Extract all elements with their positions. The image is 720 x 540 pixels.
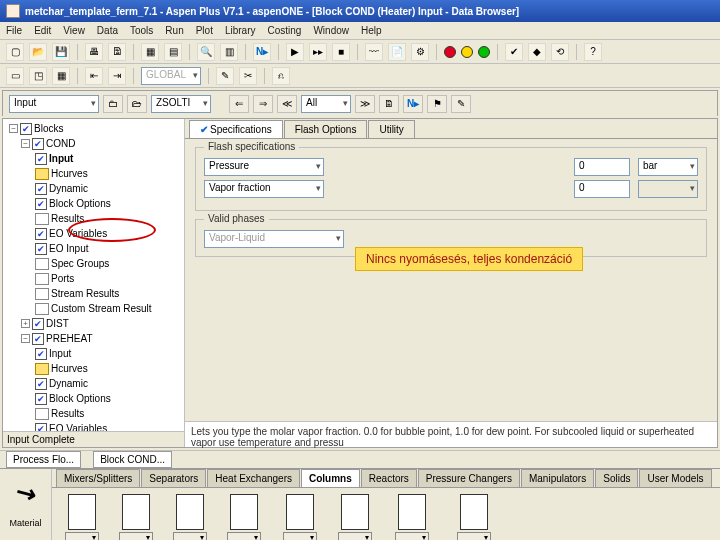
tree-cond-hcurves[interactable]: Hcurves — [51, 168, 88, 179]
save-icon[interactable]: 💾 — [52, 43, 70, 61]
model-petrofrac[interactable]: ▾PetroFrac — [390, 494, 434, 540]
menu-data[interactable]: Data — [97, 25, 118, 36]
ptab-solids[interactable]: Solids — [595, 469, 638, 487]
tree-pre-hcurves[interactable]: Hcurves — [51, 363, 88, 374]
first-icon[interactable]: ≪ — [277, 95, 297, 113]
up-icon[interactable]: 🗁 — [127, 95, 147, 113]
audit-icon[interactable]: ✎ — [451, 95, 471, 113]
nav-tree[interactable]: −✔Blocks −✔COND ✔Input Hcurves ✔Dynamic … — [3, 119, 184, 431]
check-icon[interactable]: ✔ — [505, 43, 523, 61]
menu-run[interactable]: Run — [165, 25, 183, 36]
ptab-user[interactable]: User Models — [639, 469, 711, 487]
tree-cond[interactable]: COND — [46, 138, 75, 149]
manip-icon[interactable]: ⚙ — [411, 43, 429, 61]
tree-pre-eovar[interactable]: EO Variables — [49, 423, 107, 431]
play-icon[interactable]: ▶ — [286, 43, 304, 61]
tab-process-flowsheet[interactable]: Process Flo... — [6, 451, 81, 468]
tree-cond-sr[interactable]: Stream Results — [51, 288, 119, 299]
tree-cond-blockopt[interactable]: Block Options — [49, 198, 111, 209]
help-icon[interactable]: ? — [584, 43, 602, 61]
new-icon[interactable]: ▢ — [6, 43, 24, 61]
spec1-unit-select[interactable]: bar — [638, 158, 698, 176]
ptab-mixers[interactable]: Mixers/Splitters — [56, 469, 140, 487]
filter-combo[interactable]: All — [301, 95, 351, 113]
user-combo[interactable]: ZSOLTI — [151, 95, 211, 113]
tree-cond-spec[interactable]: Spec Groups — [51, 258, 109, 269]
tab-flash-options[interactable]: Flash Options — [284, 120, 368, 138]
model-scfrac[interactable]: ▾SCFrac — [338, 494, 372, 540]
spec2-unit-select[interactable] — [638, 180, 698, 198]
spec2-value-field[interactable]: 0 — [574, 180, 630, 198]
open-icon[interactable]: 📂 — [29, 43, 47, 61]
tree-dist[interactable]: DIST — [46, 318, 69, 329]
status-yellow-icon[interactable] — [461, 46, 473, 58]
ptab-pressure[interactable]: Pressure Changers — [418, 469, 520, 487]
find-icon[interactable]: 🔍 — [197, 43, 215, 61]
menu-edit[interactable]: Edit — [34, 25, 51, 36]
menu-window[interactable]: Window — [313, 25, 349, 36]
zoom-combo[interactable]: GLOBAL — [141, 67, 201, 85]
tree-pre-dynamic[interactable]: Dynamic — [49, 378, 88, 389]
palette-stream[interactable]: ↘ Material STREAMS — [0, 469, 52, 540]
status-red-icon[interactable] — [444, 46, 456, 58]
scope-combo[interactable]: Input — [9, 95, 99, 113]
tree-preheat[interactable]: PREHEAT — [46, 333, 93, 344]
model-radfrac[interactable]: ▾RadFrac — [171, 494, 209, 540]
menu-library[interactable]: Library — [225, 25, 256, 36]
model-extract[interactable]: ▾Extract — [227, 494, 261, 540]
ptab-manip[interactable]: Manipulators — [521, 469, 594, 487]
align-left-icon[interactable]: ⇤ — [85, 67, 103, 85]
tool-a-icon[interactable]: ✎ — [216, 67, 234, 85]
fwd-icon[interactable]: ⇒ — [253, 95, 273, 113]
menu-view[interactable]: View — [63, 25, 85, 36]
tree-blocks[interactable]: Blocks — [34, 123, 63, 134]
bookmark-icon[interactable]: ⚑ — [427, 95, 447, 113]
comp-icon[interactable]: ◆ — [528, 43, 546, 61]
tab-block-cond[interactable]: Block COND... — [93, 451, 172, 468]
back-icon[interactable]: ⇐ — [229, 95, 249, 113]
menu-plot[interactable]: Plot — [196, 25, 213, 36]
ptab-separators[interactable]: Separators — [141, 469, 206, 487]
tree-cond-eoinp[interactable]: EO Input — [49, 243, 88, 254]
spec1-type-select[interactable]: Pressure — [204, 158, 324, 176]
menu-help[interactable]: Help — [361, 25, 382, 36]
chart-icon[interactable]: ▤ — [164, 43, 182, 61]
mag-icon[interactable]: 🗎 — [379, 95, 399, 113]
menu-tools[interactable]: Tools — [130, 25, 153, 36]
tree-cond-results[interactable]: Results — [51, 213, 84, 224]
tree-cond-ports[interactable]: Ports — [51, 273, 74, 284]
sheet-icon[interactable]: 📄 — [388, 43, 406, 61]
gallery-icon[interactable]: ▦ — [52, 67, 70, 85]
tree-cond-input[interactable]: Input — [49, 153, 73, 164]
model-batchsep[interactable]: ▾BatchSep — [452, 494, 495, 540]
table-icon[interactable]: ▦ — [141, 43, 159, 61]
step-icon[interactable]: ▸▸ — [309, 43, 327, 61]
model-multifrac[interactable]: ▾MultiFrac — [279, 494, 320, 540]
next-browser-icon[interactable]: N▸ — [403, 95, 423, 113]
ptab-heatex[interactable]: Heat Exchangers — [207, 469, 300, 487]
stop-icon[interactable]: ■ — [332, 43, 350, 61]
ptab-reactors[interactable]: Reactors — [361, 469, 417, 487]
ptab-columns[interactable]: Columns — [301, 469, 360, 487]
tool-b-icon[interactable]: ✂ — [239, 67, 257, 85]
tree-cond-dynamic[interactable]: Dynamic — [49, 183, 88, 194]
align-right-icon[interactable]: ⇥ — [108, 67, 126, 85]
reconcile-icon[interactable]: ⟲ — [551, 43, 569, 61]
tree-cond-csr[interactable]: Custom Stream Result — [51, 303, 152, 314]
tree-pre-input[interactable]: Input — [49, 348, 71, 359]
browser-icon[interactable]: ▥ — [220, 43, 238, 61]
print-icon[interactable]: 🖶 — [85, 43, 103, 61]
tree-cond-eovar[interactable]: EO Variables — [49, 228, 107, 239]
next-icon[interactable]: N▸ — [253, 43, 271, 61]
menu-costing[interactable]: Costing — [268, 25, 302, 36]
folder-icon[interactable]: 🗀 — [103, 95, 123, 113]
frame-icon[interactable]: ▭ — [6, 67, 24, 85]
valid-phases-select[interactable]: Vapor-Liquid — [204, 230, 344, 248]
model-dstwu[interactable]: ▾DSTWU — [64, 494, 101, 540]
tab-utility[interactable]: Utility — [368, 120, 414, 138]
status-green-icon[interactable] — [478, 46, 490, 58]
last-icon[interactable]: ≫ — [355, 95, 375, 113]
obj-icon[interactable]: ◳ — [29, 67, 47, 85]
spec1-value-field[interactable]: 0 — [574, 158, 630, 176]
model-distl[interactable]: ▾Distl — [119, 494, 153, 540]
